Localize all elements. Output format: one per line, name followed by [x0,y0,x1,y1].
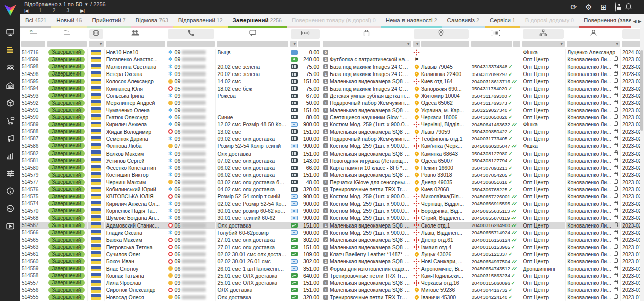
filter-dropdown-icon[interactable]: ▼ [293,42,296,46]
order-row[interactable]: 514599ЗавершенийПотапенко Анастас...✻092… [20,56,644,63]
order-row[interactable]: 514591ЗавершенийЧумаченко Олена✻09151.00… [20,107,644,114]
filter-input-id[interactable] [21,41,45,47]
order-row[interactable]: 514557ЗавершенийЛила Ярослав0925.01 смс … [20,279,644,286]
column-header-delivery[interactable] [412,28,470,40]
column-header-contact[interactable] [105,28,166,40]
filter-input-contact[interactable] [106,41,165,47]
order-row[interactable]: 514567ЗавершенийАдамовский Станис...06Ол… [20,222,644,229]
filter-input-delivery[interactable] [421,41,469,47]
refresh-icon[interactable]: ⟳ [570,3,577,11]
bell-icon[interactable] [625,3,632,11]
column-header-manager[interactable] [566,28,621,40]
order-row[interactable]: 514592ЗавершенийМерклингер Андрей0950.00… [20,99,644,106]
page-size-dropdown[interactable]: 50 [76,1,82,7]
filter-input-manager[interactable]: ▼ [567,41,620,47]
column-header-status[interactable] [46,28,88,40]
filter-dropdown-icon[interactable]: ▼ [99,42,103,46]
order-row[interactable]: 514579ЗавершенийКостишин Виктор✻0906.02 … [20,171,644,178]
filter-input-ttn[interactable] [471,41,513,47]
first-page-button[interactable]: |◀ [24,8,28,13]
filter-dropdown-icon[interactable]: ▼ [560,42,564,46]
order-row[interactable]: 514593ЗавершенийСольська Ірина✻09Рожева6… [20,92,644,99]
column-header-products[interactable] [321,28,412,40]
order-row[interactable]: 514716ЗавершенийНов10 Нов10✻09Выцв0.000Ф… [20,49,644,56]
order-row[interactable]: 514559ЗавершенийВлас Слотюу0626.01 смс 1… [20,265,644,272]
page-3-button[interactable]: 3 [66,8,69,13]
filter-input-comment[interactable] [217,41,288,47]
filter-input-status[interactable] [47,41,87,47]
tab-Самовивіз[interactable]: Самовивіз2 [442,14,485,28]
column-header-payment[interactable] [289,28,321,40]
filter-input-payment[interactable] [298,41,320,47]
tabs-scroll-left-icon[interactable]: ◀ [633,19,637,24]
sidebar-item-info[interactable] [3,186,17,198]
column-header-channel[interactable] [521,28,566,40]
order-row[interactable]: 514556ЗавершенийСиротюк Олександр09ОЛХ д… [20,286,644,293]
order-row[interactable]: 514581ЗавершенийУстинов Сергей✻0607.02 с… [20,157,644,164]
column-header-comment[interactable] [216,28,289,40]
tab-Нема в наявності[interactable]: Нема в наявності2 [381,14,442,28]
gear-icon[interactable]: ⚙ [585,3,592,11]
last-page-button[interactable]: ▶| [80,8,84,13]
order-row[interactable]: 514574ЗавершенийКирилич Анжела Ол...✻090… [20,200,644,207]
order-row[interactable]: 514565ЗавершенийБаюка Максим0627.01 смс … [20,236,644,243]
filter-input-ttn[interactable] [513,41,520,47]
filter-dropdown-icon[interactable]: ▼ [615,42,619,46]
order-row[interactable]: 514586ЗавершенийФіліпова Люба07Розмір 52… [20,142,644,149]
sidebar-item-clients[interactable] [3,62,17,74]
order-row[interactable]: 514570ЗавершенийКорнелюк Надія Та...✻093… [20,207,644,214]
order-row[interactable]: 514560ЗавершенийБокоч Иван0902.02 30.01 … [20,258,644,265]
filter-input-channel[interactable]: ▼ [522,41,565,47]
tab-Всі[interactable]: Всі4521 [20,14,51,28]
sidebar-item-settings[interactable] [3,168,17,180]
tab-Прийнятий[interactable]: Прийнятий7 [87,14,131,28]
column-header-id[interactable]: ID [20,28,46,40]
order-row[interactable]: 514580ЗавершенийФесенко Константин✻0606.… [20,164,644,171]
column-header-ttn[interactable] [470,28,522,40]
order-row[interactable]: 514596ЗавершенийВегера Оксана✻0920.02 см… [20,70,644,78]
sidebar-item-tutorials[interactable] [3,221,17,233]
tab-Сервіси[interactable]: Сервіси1 [485,14,520,28]
sidebar-item-partners[interactable] [3,203,17,215]
order-row[interactable]: 514577ЗавершенийЧерниш Максим0903.02 смс… [20,179,644,186]
page-2-button[interactable]: 2 [53,8,56,13]
sidebar-item-dashboard[interactable] [3,27,17,39]
order-row[interactable]: 514566ЗавершенийГладик Оксана✻09Голубий … [20,229,644,236]
filter-input-phone[interactable] [167,41,215,47]
scrollbar-thumb[interactable] [640,50,643,131]
order-row[interactable]: 514590ЗавершенийГнатюк Олексндр✻06Синие8… [20,114,644,121]
sidebar-item-purchases[interactable] [3,115,17,127]
sidebar-item-orders[interactable] [3,45,17,57]
order-row[interactable]: 514589ЗавершенийКирилич Анжела✻0912.02 с… [20,121,644,128]
filter-dropdown-icon[interactable]: ▼ [416,42,419,46]
column-header-phone[interactable] [166,28,216,40]
order-row[interactable]: 514595ЗавершенийКолосок Александр0914.02… [20,78,644,85]
tabs-scroll-right-icon[interactable]: ▶ [638,19,642,24]
order-row[interactable]: 514575ЗавершенийКВІТОВСЬКА ЮЛІЯ09Розмір … [20,193,644,200]
filter-input-payment[interactable]: ▼ [290,41,297,47]
column-header-site[interactable] [88,28,105,40]
add-order-icon[interactable]: ⊞ [600,3,607,11]
tab-Повернення товару (в дорозі)[interactable]: Повернення товару (в дорозі)0 [287,14,381,28]
order-row[interactable]: 514558ЗавершенийКовпак Татьяна0925.01 см… [20,272,644,279]
tab-Новый[interactable]: Новый46 [51,14,87,28]
sidebar-item-warehouse[interactable] [3,80,17,92]
sidebar-item-marketing[interactable] [3,133,17,145]
tab-Завершений[interactable]: Завершений2256 [228,14,287,28]
order-row[interactable]: 514576ЗавершенийКобилинський Юрий✻0604.0… [20,186,644,193]
order-row[interactable]: 514582ЗавершенийВолков Максим✻09Олх дост… [20,149,644,157]
sidebar-item-statistics[interactable] [3,150,17,163]
order-row[interactable]: 514561ЗавершенийСучилов Олег0602.02 30.0… [20,251,644,258]
order-row[interactable]: 514598ЗавершенийМалютина Светлана✻0920.0… [20,63,644,70]
order-row[interactable]: 514594ЗавершенийКомпанец Юля0518.02 смс … [20,85,644,92]
app-logo[interactable] [0,0,20,20]
page-1-button[interactable]: 1 [39,8,42,13]
order-row[interactable]: 514588ЗавершенийЖидак Володимир0613.02 с… [20,128,644,135]
tab-Відмова[interactable]: Відмова763 [131,14,173,28]
filter-input-site[interactable]: ▼ [89,41,104,47]
order-row[interactable]: 514587ЗавершенийСеменюк Дарина✻0909.02 с… [20,135,644,142]
tab-В дорозі додому[interactable]: В дорозі додому0 [520,14,579,28]
user-avatar-icon[interactable] [615,3,616,11]
tab-Повернення (завершений)[interactable]: Повернення (завершений)125 [579,14,631,28]
filter-input-delivery[interactable]: ▼ [413,41,420,47]
